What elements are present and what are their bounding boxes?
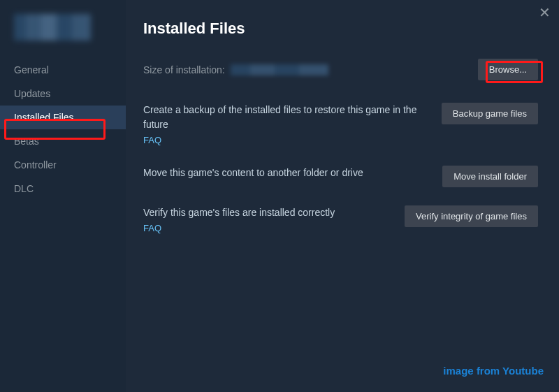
install-size-label: Size of installation: [143,64,225,75]
verify-desc: Verify this game's files are installed c… [143,205,405,235]
move-desc: Move this game's content to another fold… [143,166,442,180]
move-row: Move this game's content to another fold… [143,166,538,187]
backup-row: Create a backup of the installed files t… [143,103,538,147]
move-desc-text: Move this game's content to another fold… [143,167,363,178]
sidebar-item-label: General [14,64,49,75]
move-button[interactable]: Move install folder [442,166,538,187]
install-size-row: Size of installation: Browse... [143,59,538,80]
sidebar-item-label: Controller [14,159,57,170]
sidebar-item-betas[interactable]: Betas [0,129,126,153]
sidebar-item-label: DLC [14,183,34,194]
backup-faq-link[interactable]: FAQ [143,133,428,147]
sidebar-item-label: Installed Files [14,112,74,123]
backup-desc: Create a backup of the installed files t… [143,103,442,147]
sidebar: General Updates Installed Files Betas Co… [0,0,126,392]
sidebar-item-controller[interactable]: Controller [0,153,126,177]
sidebar-item-label: Betas [14,136,39,147]
page-title: Installed Files [143,20,538,38]
game-header-image [14,14,91,41]
attribution-text: image from Youtube [443,365,544,377]
close-icon[interactable]: ✕ [539,6,551,20]
browse-button-wrap: Browse... [478,59,538,80]
verify-desc-text: Verify this game's files are installed c… [143,207,335,218]
verify-button[interactable]: Verify integrity of game files [405,205,538,227]
sidebar-item-installed-files[interactable]: Installed Files [0,106,126,129]
sidebar-item-updates[interactable]: Updates [0,82,126,106]
browse-button[interactable]: Browse... [478,59,538,80]
verify-row: Verify this game's files are installed c… [143,205,538,235]
sidebar-item-label: Updates [14,88,50,99]
backup-desc-text: Create a backup of the installed files t… [143,104,416,130]
sidebar-item-general[interactable]: General [0,58,126,82]
app-container: General Updates Installed Files Betas Co… [0,0,559,392]
backup-button[interactable]: Backup game files [442,103,538,124]
sidebar-item-dlc[interactable]: DLC [0,177,126,201]
main-panel: ✕ Installed Files Size of installation: … [126,0,559,392]
install-size-value-redacted [231,64,328,75]
verify-faq-link[interactable]: FAQ [143,222,391,235]
